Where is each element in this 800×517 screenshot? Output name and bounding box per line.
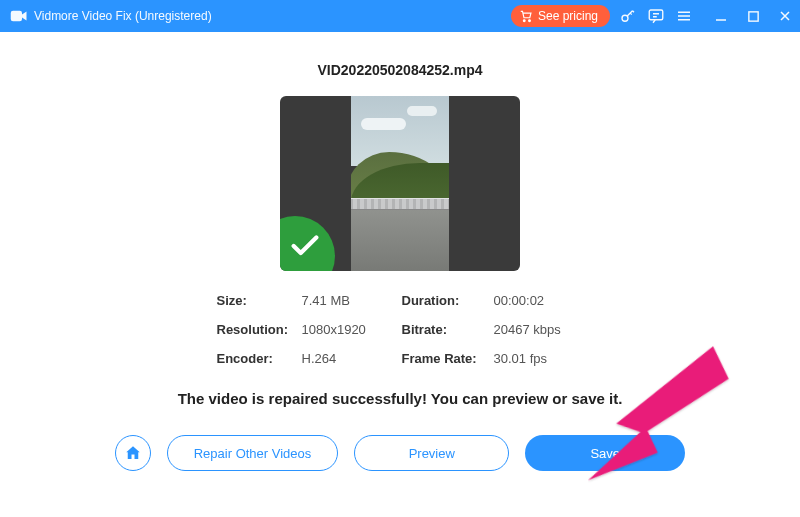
svg-rect-0 [11,11,22,22]
window-controls [712,7,794,25]
duration-label: Duration: [402,293,494,308]
filename-label: VID20220502084252.mp4 [317,62,482,78]
video-info-grid: Size: 7.41 MB Duration: 00:00:02 Resolut… [217,293,584,366]
svg-point-3 [622,15,628,21]
bitrate-value: 20467 kbps [494,322,584,337]
feedback-icon[interactable] [646,6,666,26]
key-icon[interactable] [618,6,638,26]
action-bar: Repair Other Videos Preview Save [115,435,686,471]
bitrate-label: Bitrate: [402,322,494,337]
size-value: 7.41 MB [302,293,402,308]
menu-icon[interactable] [674,6,694,26]
encoder-label: Encoder: [217,351,302,366]
home-button[interactable] [115,435,151,471]
main-content: VID20220502084252.mp4 Size: 7.41 MB Dura… [0,32,800,471]
titlebar-left: Vidmore Video Fix (Unregistered) [10,8,212,24]
see-pricing-label: See pricing [538,9,598,23]
framerate-value: 30.01 fps [494,351,584,366]
home-icon [124,444,142,462]
framerate-label: Frame Rate: [402,351,494,366]
resolution-label: Resolution: [217,322,302,337]
success-check-icon [280,216,335,271]
thumbnail-image [351,96,449,271]
success-message: The video is repaired successfully! You … [178,390,623,407]
see-pricing-button[interactable]: See pricing [511,5,610,27]
minimize-button[interactable] [712,7,730,25]
size-label: Size: [217,293,302,308]
video-thumbnail [280,96,520,271]
titlebar-right: See pricing [511,5,794,27]
svg-point-1 [523,20,525,22]
save-button[interactable]: Save [525,435,685,471]
preview-button[interactable]: Preview [354,435,509,471]
maximize-button[interactable] [744,7,762,25]
app-logo-icon [10,8,28,24]
close-button[interactable] [776,7,794,25]
app-title: Vidmore Video Fix (Unregistered) [34,9,212,23]
svg-point-2 [529,20,531,22]
repair-other-videos-button[interactable]: Repair Other Videos [167,435,339,471]
svg-rect-5 [748,11,757,20]
svg-rect-4 [649,10,663,20]
cart-icon [519,9,533,23]
resolution-value: 1080x1920 [302,322,402,337]
encoder-value: H.264 [302,351,402,366]
titlebar: Vidmore Video Fix (Unregistered) See pri… [0,0,800,32]
duration-value: 00:00:02 [494,293,584,308]
